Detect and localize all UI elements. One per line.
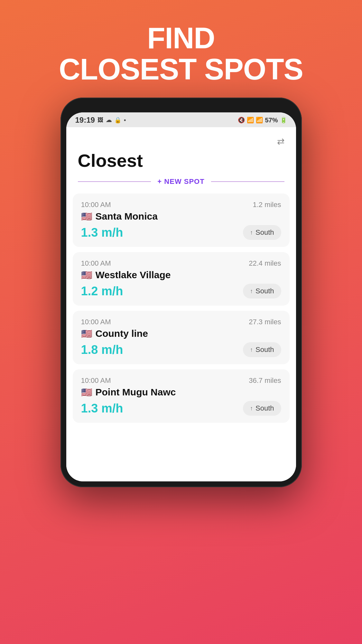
direction-arrow-icon: ↑	[250, 288, 253, 295]
new-spot-row: + NEW SPOT	[66, 177, 296, 194]
spot-card[interactable]: 10:00 AM 27.3 miles 🇺🇸 County line 1.8 m…	[73, 311, 290, 364]
direction-label: South	[255, 228, 274, 237]
direction-label: South	[255, 404, 274, 412]
spot-name: Westlake Village	[96, 270, 171, 280]
mute-icon: 🔇	[238, 117, 245, 124]
swap-icon[interactable]: ⇄	[277, 136, 284, 147]
image-icon: 🖼	[97, 117, 103, 124]
cloud-icon: ☁	[106, 117, 112, 124]
spot-card[interactable]: 10:00 AM 36.7 miles 🇺🇸 Point Mugu Nawc 1…	[73, 369, 290, 423]
direction-arrow-icon: ↑	[250, 405, 253, 412]
direction-arrow-icon: ↑	[250, 346, 253, 353]
spot-direction: ↑ South	[243, 284, 281, 298]
spot-speed: 1.3 m/h	[81, 226, 123, 240]
spot-distance: 27.3 miles	[249, 318, 281, 326]
spot-direction: ↑ South	[243, 225, 281, 240]
wifi-icon: 📶	[247, 117, 254, 124]
spot-distance: 36.7 miles	[249, 376, 281, 385]
spot-speed: 1.3 m/h	[81, 402, 123, 415]
app-header: ⇄	[66, 127, 296, 150]
spot-time: 10:00 AM	[81, 201, 111, 209]
lock-icon: 🔒	[114, 117, 121, 124]
new-spot-button[interactable]: + NEW SPOT	[151, 177, 211, 186]
divider-right	[211, 181, 284, 182]
spot-distance: 1.2 miles	[253, 201, 281, 209]
page-title: Closest	[66, 150, 296, 177]
direction-arrow-icon: ↑	[250, 229, 253, 236]
spot-name: County line	[96, 328, 148, 339]
phone-mockup: 19:19 🖼 ☁ 🔒 • 🔇 📶 📶 57% 🔋	[60, 98, 302, 487]
battery-icon: 🔋	[280, 117, 287, 124]
direction-label: South	[255, 346, 274, 354]
dot-indicator: •	[124, 117, 126, 124]
spot-card[interactable]: 10:00 AM 1.2 miles 🇺🇸 Santa Monica 1.3 m…	[73, 194, 290, 247]
spot-time: 10:00 AM	[81, 376, 111, 385]
spot-flag: 🇺🇸	[81, 270, 92, 280]
spot-speed: 1.8 m/h	[81, 343, 123, 357]
spots-list: 10:00 AM 1.2 miles 🇺🇸 Santa Monica 1.3 m…	[66, 194, 296, 432]
status-time: 19:19	[75, 116, 95, 125]
spot-speed: 1.2 m/h	[81, 284, 123, 298]
signal-icon: 📶	[256, 117, 263, 124]
spot-card[interactable]: 10:00 AM 22.4 miles 🇺🇸 Westlake Village …	[73, 252, 290, 306]
spot-flag: 🇺🇸	[81, 387, 92, 398]
divider-left	[78, 181, 151, 182]
direction-label: South	[255, 287, 274, 295]
status-bar: 19:19 🖼 ☁ 🔒 • 🔇 📶 📶 57% 🔋	[66, 112, 296, 127]
spot-time: 10:00 AM	[81, 318, 111, 326]
spot-name: Point Mugu Nawc	[96, 387, 176, 398]
spot-direction: ↑ South	[243, 401, 281, 416]
spot-flag: 🇺🇸	[81, 211, 92, 222]
battery-level: 57%	[265, 117, 278, 124]
spot-direction: ↑ South	[243, 342, 281, 357]
hero-title: FIND CLOSEST SPOTS	[59, 23, 303, 85]
spot-flag: 🇺🇸	[81, 328, 92, 339]
spot-name: Santa Monica	[96, 211, 158, 222]
spot-distance: 22.4 miles	[249, 259, 281, 268]
spot-time: 10:00 AM	[81, 259, 111, 268]
